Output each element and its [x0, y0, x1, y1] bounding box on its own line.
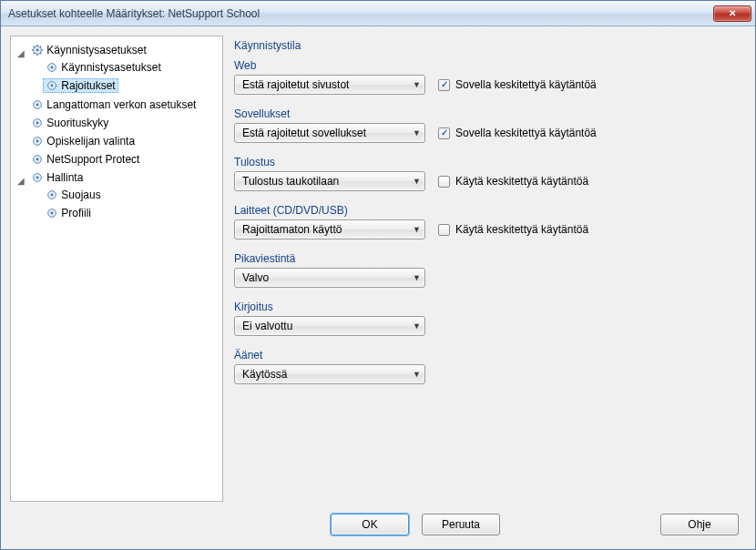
dialog-window: Asetukset kohteelle Määritykset: NetSupp… — [0, 0, 756, 550]
checkbox-label: Käytä keskitettyä käytäntöä — [455, 175, 588, 188]
chevron-down-icon: ▼ — [413, 370, 421, 379]
chevron-down-icon: ▼ — [413, 321, 421, 331]
tree-label: Hallinta — [46, 171, 83, 184]
combo-im[interactable]: Valvo ▼ — [234, 268, 425, 288]
chevron-down-icon: ▼ — [413, 177, 421, 186]
tree-label: Käynnistysasetukset — [61, 61, 160, 74]
tree-item-security[interactable]: Suojaus — [43, 188, 103, 202]
combo-value: Ei valvottu — [242, 320, 413, 332]
checkbox-icon — [438, 79, 450, 91]
combo-value: Tulostus taukotilaan — [242, 175, 413, 188]
tree-item-wireless[interactable]: Langattoman verkon asetukset — [28, 97, 199, 112]
checkbox-apps-policy[interactable]: Sovella keskitettyä käytäntöä — [438, 127, 597, 139]
svg-point-11 — [51, 66, 54, 69]
dialog-body: ◢ Käynnistysasetukset — [1, 26, 755, 505]
svg-point-13 — [51, 85, 54, 87]
svg-point-27 — [51, 212, 54, 215]
expander-icon[interactable]: ◢ — [16, 48, 26, 58]
label-sounds: Äänet — [234, 349, 741, 362]
tree-label: Suorituskyky — [46, 117, 108, 129]
tree-item-restrictions[interactable]: Rajoitukset — [43, 78, 117, 93]
combo-value: Estä rajoitetut sovellukset — [242, 127, 413, 139]
svg-point-17 — [36, 122, 39, 125]
field-devices: Laitteet (CD/DVD/USB) Rajoittamaton käyt… — [234, 204, 741, 239]
panel-heading: Käynnistystila — [234, 39, 741, 52]
tree-item-startup-settings-child[interactable]: Käynnistysasetukset — [43, 60, 163, 75]
tree-item-startup-settings[interactable]: Käynnistysasetukset — [28, 43, 148, 57]
svg-point-23 — [36, 177, 39, 179]
chevron-down-icon: ▼ — [413, 80, 421, 89]
label-devices: Laitteet (CD/DVD/USB) — [234, 204, 741, 217]
svg-point-19 — [36, 140, 39, 143]
tree-item-student-select[interactable]: Opiskelijan valinta — [28, 134, 138, 148]
gear-icon — [46, 61, 58, 74]
button-label: Peruuta — [442, 518, 480, 531]
svg-point-1 — [36, 49, 39, 52]
tree-label: Opiskelijan valinta — [46, 135, 135, 148]
label-print: Tulostus — [234, 156, 741, 168]
gear-icon — [31, 44, 44, 56]
svg-line-8 — [34, 53, 35, 54]
close-icon: ✕ — [729, 8, 736, 18]
label-web: Web — [234, 59, 741, 72]
checkbox-web-policy[interactable]: Sovella keskitettyä käytäntöä — [438, 78, 597, 91]
tree-label: Käynnistysasetukset — [46, 44, 146, 56]
checkbox-print-policy[interactable]: Käytä keskitettyä käytäntöä — [438, 175, 588, 188]
tree-item-admin[interactable]: Hallinta — [28, 170, 86, 185]
titlebar: Asetukset kohteelle Määritykset: NetSupp… — [1, 1, 755, 26]
nav-tree-panel: ◢ Käynnistysasetukset — [10, 36, 223, 502]
combo-sounds[interactable]: Käytössä ▼ — [234, 364, 425, 384]
svg-line-6 — [34, 46, 35, 47]
combo-print[interactable]: Tulostus taukotilaan ▼ — [234, 171, 425, 191]
tree-item-profile[interactable]: Profiili — [43, 206, 94, 220]
ok-button[interactable]: OK — [331, 514, 409, 535]
tree-label: Langattoman verkon asetukset — [46, 98, 196, 111]
field-print: Tulostus Tulostus taukotilaan ▼ Käytä ke… — [234, 156, 741, 191]
svg-point-21 — [36, 158, 39, 161]
gear-icon — [31, 135, 44, 148]
checkbox-icon — [438, 224, 450, 236]
gear-icon — [31, 171, 44, 184]
svg-line-9 — [40, 46, 41, 47]
chevron-down-icon: ▼ — [413, 128, 421, 138]
close-button[interactable]: ✕ — [713, 5, 751, 22]
checkbox-label: Käytä keskitettyä käytäntöä — [455, 223, 588, 236]
gear-icon — [31, 153, 44, 166]
button-label: OK — [362, 518, 377, 531]
label-im: Pikaviestintä — [234, 252, 741, 265]
checkbox-label: Sovella keskitettyä käytäntöä — [455, 78, 597, 91]
gear-icon — [46, 207, 58, 219]
chevron-down-icon: ▼ — [413, 225, 421, 234]
help-button[interactable]: Ohje — [660, 514, 739, 535]
field-im: Pikaviestintä Valvo ▼ — [234, 252, 741, 288]
combo-value: Valvo — [242, 271, 413, 284]
combo-devices[interactable]: Rajoittamaton käyttö ▼ — [234, 219, 425, 239]
combo-web[interactable]: Estä rajoitetut sivustot ▼ — [234, 75, 425, 95]
checkbox-label: Sovella keskitettyä käytäntöä — [455, 127, 597, 139]
cancel-button[interactable]: Peruuta — [422, 514, 500, 535]
label-apps: Sovellukset — [234, 107, 741, 120]
combo-apps[interactable]: Estä rajoitetut sovellukset ▼ — [234, 123, 425, 143]
combo-value: Estä rajoitetut sivustot — [242, 78, 413, 91]
tree-item-performance[interactable]: Suorituskyky — [28, 116, 111, 130]
nav-tree: ◢ Käynnistysasetukset — [15, 42, 219, 224]
settings-panel: Käynnistystila Web Estä rajoitetut sivus… — [232, 36, 746, 502]
svg-point-15 — [36, 104, 39, 107]
field-typing: Kirjoitus Ei valvottu ▼ — [234, 300, 741, 336]
field-sounds: Äänet Käytössä ▼ — [234, 349, 741, 384]
tree-label: Profiili — [61, 207, 91, 219]
gear-icon — [46, 79, 58, 92]
gear-icon — [31, 98, 44, 111]
expander-icon[interactable]: ◢ — [16, 176, 26, 186]
tree-item-protect[interactable]: NetSupport Protect — [28, 152, 142, 167]
checkbox-devices-policy[interactable]: Käytä keskitettyä käytäntöä — [438, 223, 588, 236]
label-typing: Kirjoitus — [234, 300, 741, 313]
combo-value: Rajoittamaton käyttö — [242, 223, 413, 236]
gear-icon — [46, 188, 58, 201]
combo-typing[interactable]: Ei valvottu ▼ — [234, 316, 425, 336]
checkbox-icon — [438, 127, 450, 139]
field-apps: Sovellukset Estä rajoitetut sovellukset … — [234, 107, 741, 143]
button-label: Ohje — [688, 518, 710, 531]
svg-line-7 — [40, 53, 41, 54]
tree-label: Suojaus — [61, 188, 100, 201]
